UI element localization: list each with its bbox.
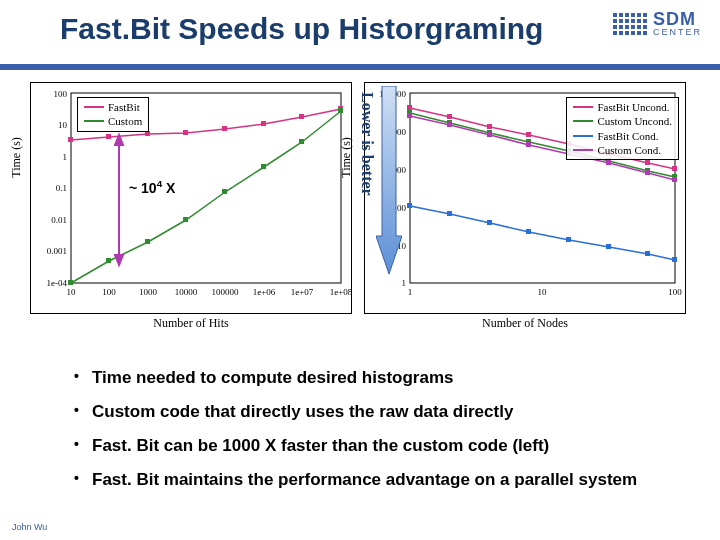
chart-right-legend: FastBit Uncond. Custom Uncond. FastBit C… xyxy=(566,97,679,160)
svg-rect-70 xyxy=(447,211,452,216)
svg-rect-69 xyxy=(407,203,412,208)
svg-rect-63 xyxy=(487,132,492,137)
svg-rect-28 xyxy=(222,189,227,194)
bullet-item: Fast. Bit maintains the performance adva… xyxy=(70,470,700,490)
svg-rect-46 xyxy=(447,114,452,119)
svg-rect-67 xyxy=(645,170,650,175)
legend-item: FastBit Cond. xyxy=(597,129,658,143)
svg-rect-73 xyxy=(566,237,571,242)
svg-rect-76 xyxy=(672,257,677,262)
svg-text:10000: 10000 xyxy=(175,287,198,297)
svg-text:0.1: 0.1 xyxy=(56,183,67,193)
svg-rect-51 xyxy=(645,160,650,165)
logo-text-sdm: SDM xyxy=(653,10,702,28)
svg-rect-64 xyxy=(526,142,531,147)
svg-rect-19 xyxy=(183,130,188,135)
svg-rect-45 xyxy=(407,105,412,110)
svg-rect-31 xyxy=(338,108,343,113)
svg-rect-25 xyxy=(106,258,111,263)
svg-rect-68 xyxy=(672,177,677,182)
svg-rect-52 xyxy=(672,166,677,171)
chart-left-annotation: ~ 104 X xyxy=(129,178,175,196)
svg-text:1: 1 xyxy=(63,152,68,162)
svg-text:1e+08: 1e+08 xyxy=(330,287,351,297)
svg-rect-18 xyxy=(145,131,150,136)
legend-item: FastBit xyxy=(108,100,140,114)
svg-marker-77 xyxy=(376,86,402,274)
svg-text:10: 10 xyxy=(58,120,68,130)
legend-item: Custom Cond. xyxy=(597,143,661,157)
svg-rect-21 xyxy=(261,121,266,126)
svg-rect-22 xyxy=(299,114,304,119)
chart-right: Time (s) Number of Nodes 100000 10000 10… xyxy=(364,82,686,314)
svg-marker-34 xyxy=(115,255,123,265)
bullet-item: Time needed to compute desired histogram… xyxy=(70,368,700,388)
legend-item: Custom Uncond. xyxy=(597,114,672,128)
svg-text:1000: 1000 xyxy=(139,287,158,297)
svg-text:0.001: 0.001 xyxy=(47,246,67,256)
svg-rect-27 xyxy=(183,217,188,222)
chart-left-ylabel: Time (s) xyxy=(9,137,24,178)
chart-right-ylabel: Time (s) xyxy=(339,137,354,178)
svg-rect-26 xyxy=(145,239,150,244)
svg-text:100: 100 xyxy=(54,89,68,99)
svg-text:100: 100 xyxy=(668,287,682,297)
svg-text:1: 1 xyxy=(408,287,413,297)
svg-text:1e+07: 1e+07 xyxy=(291,287,314,297)
svg-text:1: 1 xyxy=(402,278,407,288)
svg-rect-29 xyxy=(261,164,266,169)
svg-text:10: 10 xyxy=(538,287,548,297)
svg-rect-62 xyxy=(447,122,452,127)
sdm-logo: SDM CENTER xyxy=(613,10,702,37)
svg-rect-24 xyxy=(68,280,73,285)
svg-rect-71 xyxy=(487,220,492,225)
title-underline xyxy=(0,64,720,70)
lower-is-better-note: Lower is better xyxy=(358,92,376,196)
logo-text-center: CENTER xyxy=(653,28,702,37)
svg-rect-16 xyxy=(68,137,73,142)
chart-left: Time (s) Number of Hits 100 10 1 0.1 0.0… xyxy=(30,82,352,314)
svg-text:1e+06: 1e+06 xyxy=(253,287,276,297)
svg-rect-61 xyxy=(407,113,412,118)
svg-text:100000: 100000 xyxy=(212,287,240,297)
svg-rect-17 xyxy=(106,134,111,139)
svg-text:100: 100 xyxy=(102,287,116,297)
svg-text:1e-04: 1e-04 xyxy=(47,278,68,288)
chart-left-xlabel: Number of Hits xyxy=(31,316,351,331)
svg-text:10: 10 xyxy=(67,287,77,297)
legend-item: Custom xyxy=(108,114,142,128)
chart-left-legend: FastBit Custom xyxy=(77,97,149,132)
svg-rect-48 xyxy=(526,132,531,137)
bullet-list: Time needed to compute desired histogram… xyxy=(30,368,700,504)
bullet-item: Fast. Bit can be 1000 X faster than the … xyxy=(70,436,700,456)
svg-rect-75 xyxy=(645,251,650,256)
legend-item: FastBit Uncond. xyxy=(597,100,669,114)
slide-title: Fast.Bit Speeds up Historgraming xyxy=(60,12,543,46)
svg-rect-66 xyxy=(606,160,611,165)
svg-rect-72 xyxy=(526,229,531,234)
svg-rect-30 xyxy=(299,139,304,144)
logo-dots-icon xyxy=(613,13,647,35)
svg-rect-20 xyxy=(222,126,227,131)
svg-rect-74 xyxy=(606,244,611,249)
bullet-item: Custom code that directly uses the raw d… xyxy=(70,402,700,422)
footer-author: John Wu xyxy=(12,522,47,532)
svg-text:0.01: 0.01 xyxy=(51,215,67,225)
chart-right-xlabel: Number of Nodes xyxy=(365,316,685,331)
arrow-down-icon xyxy=(376,86,402,276)
svg-rect-47 xyxy=(487,124,492,129)
